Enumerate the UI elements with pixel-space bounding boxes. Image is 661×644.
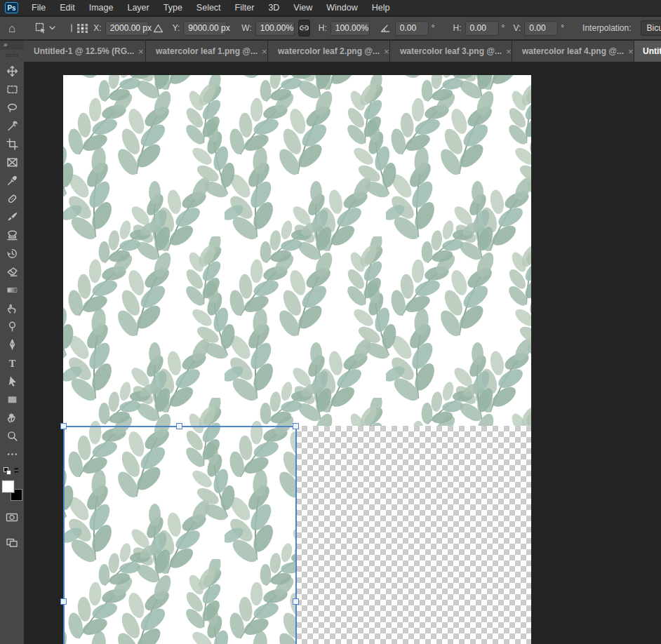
clone-stamp-tool-icon[interactable]: [0, 226, 24, 244]
toolbar-grip[interactable]: [6, 53, 18, 57]
transform-tool-icon: [35, 22, 46, 34]
chevron-down-icon: [49, 26, 55, 30]
menu-3d[interactable]: 3D: [261, 3, 286, 13]
menu-type[interactable]: Type: [156, 3, 189, 13]
tab-watercolor-leaf-1[interactable]: watercolor leaf 1.png @... ×: [146, 41, 268, 62]
width-value: 100.00%: [260, 23, 293, 33]
menu-select[interactable]: Select: [189, 3, 228, 13]
y-label: Y:: [173, 23, 180, 33]
reference-point-checkbox[interactable]: [71, 24, 72, 32]
transform-handle-top-center[interactable]: [176, 423, 182, 429]
menu-view[interactable]: View: [286, 3, 319, 13]
transform-handle-middle-left[interactable]: [60, 598, 67, 605]
close-icon[interactable]: ×: [380, 46, 389, 57]
foreground-color-swatch[interactable]: [2, 481, 14, 492]
menu-help[interactable]: Help: [365, 3, 397, 13]
tab-watercolor-leaf-2[interactable]: watercolor leaf 2.png @... ×: [268, 41, 390, 62]
tab-label: watercolor leaf 1.png @...: [156, 46, 258, 56]
transform-box-right-edge[interactable]: [295, 426, 297, 644]
rectangular-marquee-tool-icon[interactable]: [0, 80, 24, 98]
photoshop-logo-icon: Ps: [5, 2, 18, 13]
vskew-degree-symbol: °: [561, 23, 564, 33]
tab-label: watercolor leaf 2.png @...: [278, 46, 380, 56]
history-brush-tool-icon[interactable]: [0, 244, 24, 262]
type-tool-icon[interactable]: T: [0, 354, 24, 372]
collapse-panel-icon[interactable]: »: [0, 41, 24, 50]
tab-untitled-active[interactable]: Untit: [634, 41, 661, 62]
relative-positioning-icon[interactable]: [153, 24, 163, 33]
vskew-label: V:: [513, 23, 521, 33]
hskew-degree-symbol: °: [502, 23, 505, 33]
swap-colors-icon[interactable]: [13, 467, 20, 476]
menu-filter[interactable]: Filter: [228, 3, 262, 13]
default-colors-icon[interactable]: [4, 467, 12, 476]
zoom-tool-icon[interactable]: [0, 427, 24, 445]
eraser-tool-icon[interactable]: [0, 262, 24, 281]
close-icon[interactable]: ×: [258, 46, 267, 57]
smudge-tool-icon[interactable]: [0, 299, 24, 317]
menu-layer[interactable]: Layer: [120, 3, 156, 13]
color-swatches: [2, 481, 22, 501]
dodge-tool-icon[interactable]: [0, 317, 24, 335]
close-icon[interactable]: ×: [134, 46, 144, 57]
reference-point-grid-icon[interactable]: [76, 23, 88, 34]
transform-box-left-edge[interactable]: [63, 426, 65, 644]
eyedropper-tool-icon[interactable]: [0, 171, 24, 189]
hskew-label: H:: [453, 23, 462, 33]
y-input[interactable]: 9000.00 px: [183, 21, 227, 36]
menu-image[interactable]: Image: [82, 3, 121, 13]
vskew-input[interactable]: 0.00: [524, 21, 558, 36]
transform-handle-top-left[interactable]: [60, 423, 67, 429]
brush-tool-icon[interactable]: [0, 208, 24, 226]
pen-tool-icon[interactable]: [0, 335, 24, 354]
menu-file[interactable]: File: [25, 3, 53, 13]
hskew-value: 0.00: [470, 23, 486, 33]
tool-preset-picker[interactable]: [32, 22, 58, 34]
menu-edit[interactable]: Edit: [53, 3, 82, 13]
path-selection-tool-icon[interactable]: [0, 372, 24, 390]
svg-text:T: T: [8, 357, 15, 368]
interpolation-label: Interpolation:: [582, 23, 631, 33]
edit-toolbar-icon[interactable]: [0, 445, 24, 463]
interpolation-dropdown[interactable]: Bicubic: [641, 20, 661, 36]
spot-healing-brush-tool-icon[interactable]: [0, 189, 24, 208]
document-canvas[interactable]: [63, 75, 531, 644]
tab-label: Untitled-1 @ 12.5% (RG...: [34, 46, 134, 56]
hskew-input[interactable]: 0.00: [465, 21, 499, 36]
crop-tool-icon[interactable]: [0, 135, 24, 153]
maintain-aspect-ratio-button[interactable]: [298, 20, 310, 36]
move-tool-icon[interactable]: [0, 62, 24, 80]
transform-handle-top-right[interactable]: [293, 423, 299, 429]
frame-tool-icon[interactable]: [0, 153, 24, 171]
close-icon[interactable]: ×: [502, 46, 512, 57]
tab-label: Untit: [643, 46, 661, 56]
menu-window[interactable]: Window: [319, 3, 364, 13]
quick-mask-icon[interactable]: [0, 508, 24, 526]
gradient-tool-icon[interactable]: [0, 281, 24, 299]
height-value: 100.00%: [335, 23, 368, 33]
height-label: H:: [319, 23, 327, 33]
height-input[interactable]: 100.00%: [330, 21, 370, 36]
magic-wand-tool-icon[interactable]: [0, 116, 24, 135]
tab-watercolor-leaf-3[interactable]: watercolor leaf 3.png @... ×: [390, 41, 512, 62]
width-input[interactable]: 100.00%: [255, 21, 295, 36]
rotation-input[interactable]: 0.00: [395, 21, 429, 36]
tab-watercolor-leaf-4[interactable]: watercolor leaf 4.png @... ×: [512, 41, 634, 62]
close-icon[interactable]: ×: [624, 46, 634, 57]
x-input[interactable]: 2000.00 px: [105, 21, 149, 36]
tab-untitled-1[interactable]: Untitled-1 @ 12.5% (RG... ×: [24, 41, 146, 62]
hand-tool-icon[interactable]: [0, 408, 24, 427]
transform-handle-middle-right[interactable]: [293, 598, 299, 605]
vskew-value: 0.00: [529, 23, 545, 33]
menu-bar: Ps File Edit Image Layer Type Select Fil…: [0, 0, 661, 16]
document-tab-bar: Untitled-1 @ 12.5% (RG... × watercolor l…: [24, 41, 661, 62]
rectangle-shape-tool-icon[interactable]: [0, 390, 24, 408]
home-icon[interactable]: ⌂: [8, 22, 15, 34]
default-colors-row: [4, 467, 20, 476]
screen-mode-icon[interactable]: [0, 533, 24, 551]
tools-panel: » T: [0, 41, 24, 644]
lasso-tool-icon[interactable]: [0, 98, 24, 116]
x-label: X:: [93, 23, 101, 33]
tab-label: watercolor leaf 4.png @...: [522, 46, 624, 56]
rotation-degree-symbol: °: [432, 23, 435, 33]
